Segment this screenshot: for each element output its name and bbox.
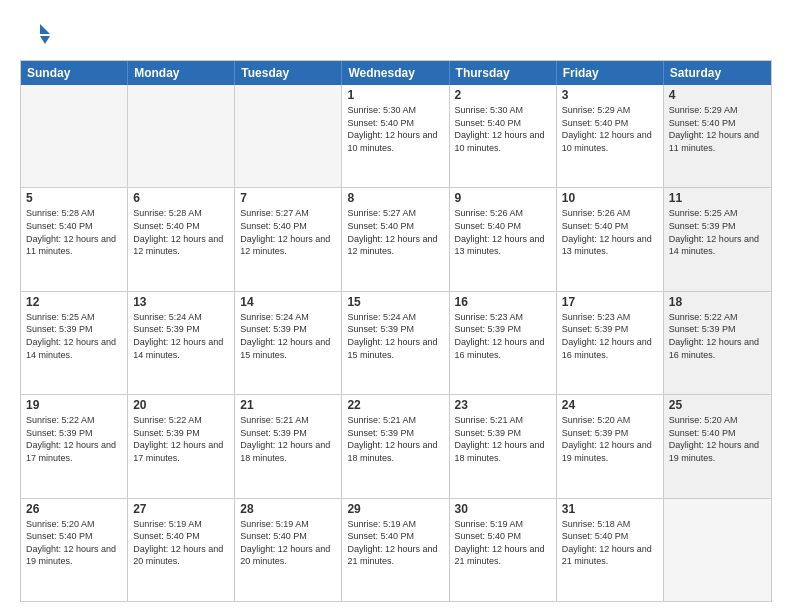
calendar-row: 26Sunrise: 5:20 AM Sunset: 5:40 PM Dayli… xyxy=(21,498,771,601)
page: SundayMondayTuesdayWednesdayThursdayFrid… xyxy=(0,0,792,612)
calendar-cell: 26Sunrise: 5:20 AM Sunset: 5:40 PM Dayli… xyxy=(21,499,128,601)
day-number: 8 xyxy=(347,191,443,205)
weekday-header: Monday xyxy=(128,61,235,85)
day-number: 25 xyxy=(669,398,766,412)
day-info: Sunrise: 5:21 AM Sunset: 5:39 PM Dayligh… xyxy=(240,414,336,464)
day-info: Sunrise: 5:26 AM Sunset: 5:40 PM Dayligh… xyxy=(455,207,551,257)
day-number: 10 xyxy=(562,191,658,205)
calendar-row: 12Sunrise: 5:25 AM Sunset: 5:39 PM Dayli… xyxy=(21,291,771,394)
calendar-cell: 15Sunrise: 5:24 AM Sunset: 5:39 PM Dayli… xyxy=(342,292,449,394)
day-info: Sunrise: 5:18 AM Sunset: 5:40 PM Dayligh… xyxy=(562,518,658,568)
calendar-row: 5Sunrise: 5:28 AM Sunset: 5:40 PM Daylig… xyxy=(21,187,771,290)
calendar-cell xyxy=(21,85,128,187)
day-number: 23 xyxy=(455,398,551,412)
calendar: SundayMondayTuesdayWednesdayThursdayFrid… xyxy=(20,60,772,602)
weekday-header: Tuesday xyxy=(235,61,342,85)
calendar-cell: 5Sunrise: 5:28 AM Sunset: 5:40 PM Daylig… xyxy=(21,188,128,290)
day-info: Sunrise: 5:22 AM Sunset: 5:39 PM Dayligh… xyxy=(26,414,122,464)
calendar-cell: 12Sunrise: 5:25 AM Sunset: 5:39 PM Dayli… xyxy=(21,292,128,394)
day-number: 1 xyxy=(347,88,443,102)
calendar-cell xyxy=(235,85,342,187)
weekday-header: Saturday xyxy=(664,61,771,85)
day-number: 24 xyxy=(562,398,658,412)
day-info: Sunrise: 5:19 AM Sunset: 5:40 PM Dayligh… xyxy=(455,518,551,568)
weekday-header: Friday xyxy=(557,61,664,85)
day-number: 11 xyxy=(669,191,766,205)
calendar-cell: 31Sunrise: 5:18 AM Sunset: 5:40 PM Dayli… xyxy=(557,499,664,601)
day-number: 9 xyxy=(455,191,551,205)
day-number: 19 xyxy=(26,398,122,412)
day-number: 3 xyxy=(562,88,658,102)
day-number: 16 xyxy=(455,295,551,309)
day-number: 5 xyxy=(26,191,122,205)
day-info: Sunrise: 5:24 AM Sunset: 5:39 PM Dayligh… xyxy=(240,311,336,361)
day-number: 13 xyxy=(133,295,229,309)
weekday-header: Sunday xyxy=(21,61,128,85)
day-info: Sunrise: 5:22 AM Sunset: 5:39 PM Dayligh… xyxy=(669,311,766,361)
day-number: 29 xyxy=(347,502,443,516)
day-info: Sunrise: 5:22 AM Sunset: 5:39 PM Dayligh… xyxy=(133,414,229,464)
day-number: 26 xyxy=(26,502,122,516)
weekday-header: Thursday xyxy=(450,61,557,85)
day-info: Sunrise: 5:20 AM Sunset: 5:40 PM Dayligh… xyxy=(26,518,122,568)
logo-icon xyxy=(20,20,50,50)
day-number: 21 xyxy=(240,398,336,412)
calendar-cell: 18Sunrise: 5:22 AM Sunset: 5:39 PM Dayli… xyxy=(664,292,771,394)
svg-marker-1 xyxy=(40,36,50,44)
calendar-body: 1Sunrise: 5:30 AM Sunset: 5:40 PM Daylig… xyxy=(21,85,771,601)
day-number: 31 xyxy=(562,502,658,516)
day-number: 17 xyxy=(562,295,658,309)
calendar-cell: 21Sunrise: 5:21 AM Sunset: 5:39 PM Dayli… xyxy=(235,395,342,497)
calendar-cell: 1Sunrise: 5:30 AM Sunset: 5:40 PM Daylig… xyxy=(342,85,449,187)
calendar-cell: 3Sunrise: 5:29 AM Sunset: 5:40 PM Daylig… xyxy=(557,85,664,187)
calendar-cell: 14Sunrise: 5:24 AM Sunset: 5:39 PM Dayli… xyxy=(235,292,342,394)
calendar-cell: 24Sunrise: 5:20 AM Sunset: 5:39 PM Dayli… xyxy=(557,395,664,497)
calendar-header: SundayMondayTuesdayWednesdayThursdayFrid… xyxy=(21,61,771,85)
calendar-cell: 4Sunrise: 5:29 AM Sunset: 5:40 PM Daylig… xyxy=(664,85,771,187)
calendar-cell: 25Sunrise: 5:20 AM Sunset: 5:40 PM Dayli… xyxy=(664,395,771,497)
day-info: Sunrise: 5:20 AM Sunset: 5:40 PM Dayligh… xyxy=(669,414,766,464)
day-info: Sunrise: 5:30 AM Sunset: 5:40 PM Dayligh… xyxy=(455,104,551,154)
day-number: 27 xyxy=(133,502,229,516)
calendar-cell: 30Sunrise: 5:19 AM Sunset: 5:40 PM Dayli… xyxy=(450,499,557,601)
calendar-cell: 27Sunrise: 5:19 AM Sunset: 5:40 PM Dayli… xyxy=(128,499,235,601)
day-info: Sunrise: 5:26 AM Sunset: 5:40 PM Dayligh… xyxy=(562,207,658,257)
calendar-cell: 11Sunrise: 5:25 AM Sunset: 5:39 PM Dayli… xyxy=(664,188,771,290)
svg-marker-0 xyxy=(40,24,50,34)
day-info: Sunrise: 5:25 AM Sunset: 5:39 PM Dayligh… xyxy=(26,311,122,361)
day-info: Sunrise: 5:27 AM Sunset: 5:40 PM Dayligh… xyxy=(347,207,443,257)
calendar-cell: 13Sunrise: 5:24 AM Sunset: 5:39 PM Dayli… xyxy=(128,292,235,394)
day-info: Sunrise: 5:28 AM Sunset: 5:40 PM Dayligh… xyxy=(26,207,122,257)
calendar-cell: 29Sunrise: 5:19 AM Sunset: 5:40 PM Dayli… xyxy=(342,499,449,601)
day-info: Sunrise: 5:23 AM Sunset: 5:39 PM Dayligh… xyxy=(455,311,551,361)
day-info: Sunrise: 5:28 AM Sunset: 5:40 PM Dayligh… xyxy=(133,207,229,257)
calendar-cell: 16Sunrise: 5:23 AM Sunset: 5:39 PM Dayli… xyxy=(450,292,557,394)
calendar-cell: 22Sunrise: 5:21 AM Sunset: 5:39 PM Dayli… xyxy=(342,395,449,497)
day-info: Sunrise: 5:20 AM Sunset: 5:39 PM Dayligh… xyxy=(562,414,658,464)
day-number: 15 xyxy=(347,295,443,309)
calendar-cell xyxy=(664,499,771,601)
day-number: 28 xyxy=(240,502,336,516)
calendar-cell: 19Sunrise: 5:22 AM Sunset: 5:39 PM Dayli… xyxy=(21,395,128,497)
day-info: Sunrise: 5:19 AM Sunset: 5:40 PM Dayligh… xyxy=(347,518,443,568)
calendar-cell xyxy=(128,85,235,187)
day-number: 20 xyxy=(133,398,229,412)
calendar-row: 19Sunrise: 5:22 AM Sunset: 5:39 PM Dayli… xyxy=(21,394,771,497)
calendar-cell: 10Sunrise: 5:26 AM Sunset: 5:40 PM Dayli… xyxy=(557,188,664,290)
calendar-cell: 20Sunrise: 5:22 AM Sunset: 5:39 PM Dayli… xyxy=(128,395,235,497)
day-number: 7 xyxy=(240,191,336,205)
weekday-header: Wednesday xyxy=(342,61,449,85)
day-info: Sunrise: 5:21 AM Sunset: 5:39 PM Dayligh… xyxy=(347,414,443,464)
day-info: Sunrise: 5:30 AM Sunset: 5:40 PM Dayligh… xyxy=(347,104,443,154)
day-info: Sunrise: 5:24 AM Sunset: 5:39 PM Dayligh… xyxy=(347,311,443,361)
day-number: 18 xyxy=(669,295,766,309)
calendar-cell: 7Sunrise: 5:27 AM Sunset: 5:40 PM Daylig… xyxy=(235,188,342,290)
calendar-cell: 23Sunrise: 5:21 AM Sunset: 5:39 PM Dayli… xyxy=(450,395,557,497)
day-info: Sunrise: 5:27 AM Sunset: 5:40 PM Dayligh… xyxy=(240,207,336,257)
day-number: 22 xyxy=(347,398,443,412)
day-info: Sunrise: 5:29 AM Sunset: 5:40 PM Dayligh… xyxy=(669,104,766,154)
calendar-cell: 9Sunrise: 5:26 AM Sunset: 5:40 PM Daylig… xyxy=(450,188,557,290)
day-number: 6 xyxy=(133,191,229,205)
calendar-row: 1Sunrise: 5:30 AM Sunset: 5:40 PM Daylig… xyxy=(21,85,771,187)
calendar-cell: 8Sunrise: 5:27 AM Sunset: 5:40 PM Daylig… xyxy=(342,188,449,290)
